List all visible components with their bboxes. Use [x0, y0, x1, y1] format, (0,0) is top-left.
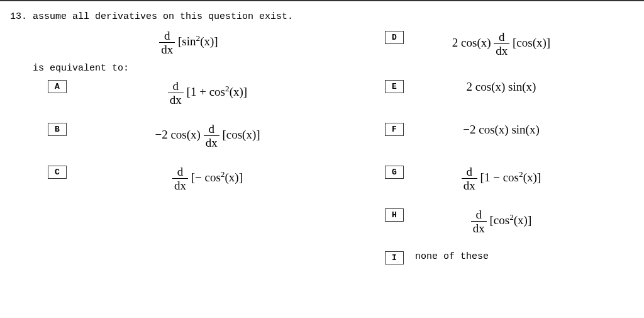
option-E-label: E: [385, 80, 404, 93]
question-header: 13. assume all derivatives on this quest…: [10, 11, 644, 22]
option-H-block: H ddx [cos2(x)]: [377, 208, 644, 246]
option-I-text: none of these: [415, 251, 489, 262]
option-C-expression: ddx [− cos2(x)]: [75, 166, 340, 191]
option-D-label: D: [385, 31, 404, 44]
option-B-label: B: [48, 123, 67, 136]
option-F-block: F −2 cos(x) sin(x): [377, 123, 644, 161]
right-column: D 2 cos(x) ddx [cos(x)] E 2 cos(x) sin(x…: [377, 26, 644, 275]
question-page: 13. assume all derivatives on this quest…: [0, 0, 644, 281]
option-F-label: F: [385, 123, 404, 136]
option-B-block: B −2 cos(x) ddx [cos(x)]: [0, 123, 377, 161]
option-A-expression: ddx [1 + cos2(x)]: [75, 80, 340, 106]
option-D-block: D 2 cos(x) ddx [cos(x)]: [377, 31, 644, 75]
option-G-button[interactable]: G: [385, 166, 404, 179]
option-H-button[interactable]: H: [385, 208, 404, 222]
option-A-label: A: [48, 80, 67, 93]
option-A-block: A ddx [1 + cos2(x)]: [0, 80, 377, 118]
option-D-expression: 2 cos(x) ddx [cos(x)]: [377, 31, 644, 57]
left-column: ddx [sin2(x)] is equivalent to: A ddx [1…: [0, 26, 377, 275]
question-number: 13.: [10, 11, 27, 22]
option-F-button[interactable]: F: [385, 123, 404, 136]
option-C-button[interactable]: C: [48, 166, 67, 179]
option-I-button[interactable]: I: [385, 251, 404, 264]
option-D-button[interactable]: D: [385, 31, 404, 44]
option-C-label: C: [48, 166, 67, 179]
option-I-block: I none of these: [377, 251, 644, 270]
content-columns: ddx [sin2(x)] is equivalent to: A ddx [1…: [0, 26, 644, 275]
main-expression: ddx [sin2(x)]: [75, 30, 302, 55]
question-prompt: assume all derivatives on this question …: [33, 11, 293, 22]
option-E-block: E 2 cos(x) sin(x): [377, 80, 644, 118]
option-B-expression: −2 cos(x) ddx [cos(x)]: [75, 123, 340, 149]
option-E-expression: 2 cos(x) sin(x): [377, 80, 644, 94]
option-G-expression: ddx [1 − cos2(x)]: [377, 166, 644, 191]
option-C-block: C ddx [− cos2(x)]: [0, 166, 377, 203]
option-H-expression: ddx [cos2(x)]: [377, 208, 644, 234]
option-G-label: G: [385, 166, 404, 179]
option-H-label: H: [385, 208, 404, 222]
option-E-button[interactable]: E: [385, 80, 404, 93]
option-F-expression: −2 cos(x) sin(x): [377, 123, 644, 137]
option-A-button[interactable]: A: [48, 80, 67, 93]
equivalent-text: is equivalent to:: [33, 63, 377, 74]
option-I-label: I: [385, 251, 404, 264]
option-B-button[interactable]: B: [48, 123, 67, 136]
option-G-block: G ddx [1 − cos2(x)]: [377, 166, 644, 203]
